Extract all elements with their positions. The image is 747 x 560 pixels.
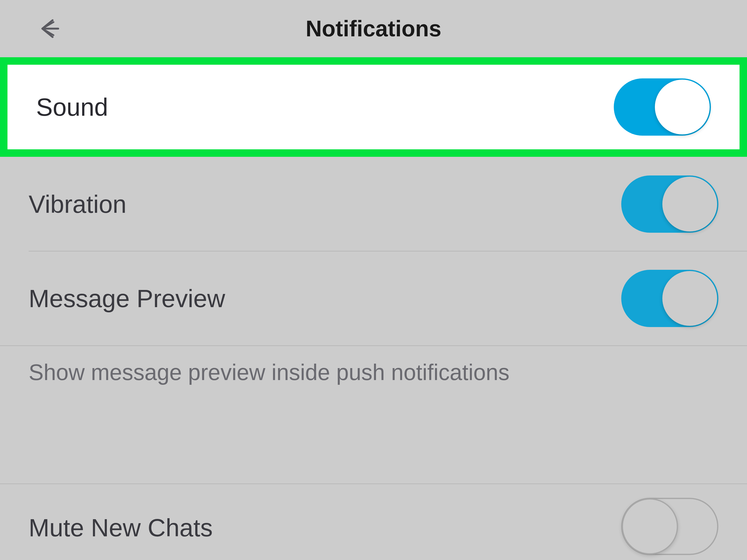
message-preview-description: Show message preview inside push notific… — [0, 346, 747, 484]
toggle-knob — [655, 80, 710, 134]
message-preview-row[interactable]: Message Preview — [0, 251, 747, 346]
mute-new-chats-toggle[interactable] — [621, 498, 718, 555]
sound-label: Sound — [36, 93, 108, 122]
toggle-knob — [622, 498, 678, 555]
vibration-label: Vibration — [29, 190, 127, 218]
sound-toggle[interactable] — [614, 78, 711, 136]
message-preview-label: Message Preview — [29, 284, 225, 313]
settings-screen: Notifications Sound Vibration Message Pr… — [0, 0, 747, 560]
toggle-knob — [662, 177, 717, 232]
page-title: Notifications — [306, 16, 441, 42]
vibration-toggle[interactable] — [621, 176, 718, 233]
sound-row[interactable]: Sound — [7, 65, 740, 149]
back-arrow-icon — [38, 18, 61, 40]
back-button[interactable] — [38, 18, 61, 40]
mute-new-chats-row[interactable]: Mute New Chats — [0, 484, 747, 556]
message-preview-toggle[interactable] — [621, 270, 718, 327]
mute-new-chats-label: Mute New Chats — [29, 513, 213, 542]
vibration-row[interactable]: Vibration — [0, 157, 747, 251]
sound-row-highlight: Sound — [0, 57, 747, 157]
page-header: Notifications — [0, 0, 747, 57]
toggle-knob — [662, 271, 717, 326]
